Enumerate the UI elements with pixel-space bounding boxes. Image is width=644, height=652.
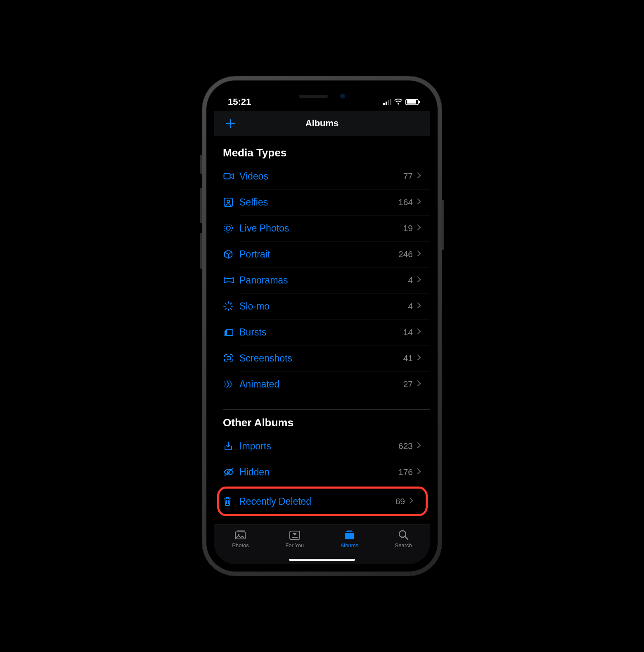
tab-label: For You xyxy=(285,542,304,548)
content: Media Types Videos 77 Selfies 164 xyxy=(214,136,430,524)
import-icon xyxy=(223,441,239,451)
row-recently-deleted[interactable]: Recently Deleted 69 xyxy=(223,489,422,514)
svg-rect-23 xyxy=(346,531,353,532)
chevron-right-icon xyxy=(417,380,421,388)
chevron-right-icon xyxy=(417,468,421,476)
row-panoramas[interactable]: Panoramas 4 xyxy=(223,267,430,293)
tab-photos[interactable]: Photos xyxy=(232,529,249,548)
chevron-right-icon xyxy=(417,224,421,232)
row-count: 176 xyxy=(398,467,413,477)
row-imports[interactable]: Imports 623 xyxy=(223,433,430,459)
tab-search[interactable]: Search xyxy=(395,529,412,548)
status-time: 15:21 xyxy=(228,97,251,107)
mute-switch xyxy=(200,155,202,174)
row-portrait[interactable]: Portrait 246 xyxy=(223,241,430,267)
chevron-right-icon xyxy=(417,172,421,180)
panorama-icon xyxy=(223,275,239,286)
row-count: 623 xyxy=(398,441,413,451)
notch xyxy=(270,88,374,104)
row-videos[interactable]: Videos 77 xyxy=(223,163,430,189)
row-bursts[interactable]: Bursts 14 xyxy=(223,319,430,345)
selfie-icon xyxy=(223,197,239,208)
row-label: Bursts xyxy=(239,327,403,338)
add-album-button[interactable] xyxy=(221,114,239,132)
row-count: 41 xyxy=(403,353,413,363)
chevron-right-icon xyxy=(417,198,421,206)
svg-rect-22 xyxy=(345,533,354,539)
row-label: Portrait xyxy=(239,249,398,260)
svg-point-3 xyxy=(226,226,230,230)
section-title-other-albums: Other Albums xyxy=(214,410,430,433)
row-label: Panoramas xyxy=(239,275,408,286)
cellular-signal-icon xyxy=(383,99,391,105)
svg-line-11 xyxy=(225,308,226,309)
row-count: 69 xyxy=(395,496,405,506)
animated-icon xyxy=(223,379,239,390)
nav-bar: Albums xyxy=(214,111,430,136)
row-live-photos[interactable]: Live Photos 19 xyxy=(223,215,430,241)
chevron-right-icon xyxy=(417,302,421,310)
row-screenshots[interactable]: Screenshots 41 xyxy=(223,345,430,371)
row-count: 246 xyxy=(398,249,413,259)
tab-label: Albums xyxy=(341,542,358,548)
chevron-right-icon xyxy=(417,250,421,258)
svg-point-4 xyxy=(224,224,232,232)
screenshot-icon xyxy=(223,353,239,364)
tab-bar: Photos For You Albums Search xyxy=(214,524,430,564)
livephoto-icon xyxy=(223,223,239,234)
chevron-right-icon xyxy=(409,497,413,506)
front-camera xyxy=(340,94,345,99)
row-hidden[interactable]: Hidden 176 xyxy=(223,459,430,485)
svg-line-9 xyxy=(225,303,226,304)
svg-line-10 xyxy=(230,308,232,309)
tab-for-you[interactable]: For You xyxy=(285,529,304,548)
home-indicator[interactable] xyxy=(289,559,355,561)
volume-down-button xyxy=(200,233,202,269)
phone-frame: 15:21 Albums xyxy=(202,76,442,576)
photos-icon xyxy=(234,529,248,541)
row-label: Slo-mo xyxy=(239,301,408,312)
chevron-right-icon xyxy=(417,328,421,336)
media-types-list: Videos 77 Selfies 164 Live Photos 19 xyxy=(214,163,430,397)
svg-point-2 xyxy=(227,200,230,203)
chevron-right-icon xyxy=(417,442,421,450)
foryou-icon xyxy=(289,529,301,541)
chevron-right-icon xyxy=(417,276,421,284)
side-button xyxy=(442,200,444,250)
row-selfies[interactable]: Selfies 164 xyxy=(223,189,430,215)
svg-rect-14 xyxy=(227,357,230,360)
row-animated[interactable]: Animated 27 xyxy=(223,371,430,397)
volume-up-button xyxy=(200,188,202,223)
cube-icon xyxy=(223,249,239,260)
plus-icon xyxy=(224,117,237,130)
row-label: Animated xyxy=(239,379,403,390)
slomo-icon xyxy=(223,301,239,312)
row-label: Imports xyxy=(239,441,398,452)
tab-label: Photos xyxy=(232,542,249,548)
svg-line-12 xyxy=(230,303,232,304)
speaker xyxy=(299,95,328,98)
row-count: 14 xyxy=(403,327,413,337)
row-label: Videos xyxy=(239,171,403,182)
search-icon xyxy=(398,529,409,541)
row-count: 77 xyxy=(403,171,413,181)
nav-title: Albums xyxy=(305,118,339,129)
highlight-recently-deleted: Recently Deleted 69 xyxy=(217,487,428,516)
row-count: 4 xyxy=(408,275,413,285)
bursts-icon xyxy=(223,327,239,338)
row-count: 27 xyxy=(403,379,413,389)
row-count: 19 xyxy=(403,223,413,233)
other-albums-list: Imports 623 Hidden 176 Recently Deleted xyxy=(214,433,430,516)
section-title-media-types: Media Types xyxy=(214,140,430,163)
svg-line-26 xyxy=(405,536,408,539)
row-slomo[interactable]: Slo-mo 4 xyxy=(223,293,430,319)
row-label: Live Photos xyxy=(239,223,403,234)
row-label: Screenshots xyxy=(239,353,403,364)
tab-albums[interactable]: Albums xyxy=(341,529,358,548)
videocam-icon xyxy=(223,170,239,182)
trash-icon xyxy=(223,496,239,507)
svg-rect-24 xyxy=(347,530,352,531)
wifi-icon xyxy=(394,99,403,105)
row-count: 164 xyxy=(398,197,413,207)
row-count: 4 xyxy=(408,301,413,311)
